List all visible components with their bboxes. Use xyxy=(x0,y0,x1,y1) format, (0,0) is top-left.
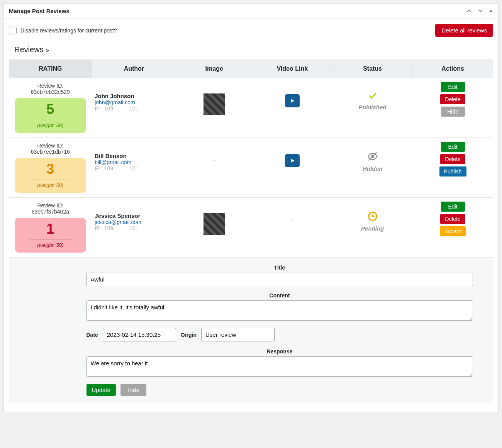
clock-icon xyxy=(366,211,379,222)
rating-weight: (weight: 50) xyxy=(21,182,80,188)
date-label: Date xyxy=(86,332,98,338)
author-name: John Johnson xyxy=(95,93,173,99)
triangle-up-icon[interactable] xyxy=(488,8,493,13)
review-id: 63eb7f37b402a xyxy=(12,209,89,215)
content-textarea[interactable]: I didn't like it, it's totally awful xyxy=(86,300,473,321)
table-row: Review ID: 63eb7f37b402a 1 (weight: 50) … xyxy=(9,198,493,258)
delete-button[interactable]: Delete xyxy=(440,154,465,164)
author-email[interactable]: john@gmail.com xyxy=(95,99,173,105)
review-id: 63eb7ee1db716 xyxy=(12,149,89,155)
edit-button[interactable]: Edit xyxy=(441,142,465,152)
chevron-up-icon[interactable] xyxy=(465,7,472,14)
rating-value: 1 xyxy=(21,221,80,237)
check-icon xyxy=(367,91,378,100)
status-label: Hidden xyxy=(336,165,410,172)
delete-button[interactable]: Delete xyxy=(440,94,465,104)
svg-marker-1 xyxy=(291,99,294,103)
svg-marker-0 xyxy=(489,10,492,12)
hide-button[interactable]: Hide xyxy=(441,107,465,117)
eye-slash-icon xyxy=(365,151,380,162)
author-name: Jessica Spensor xyxy=(95,212,173,219)
status-label: Published xyxy=(336,104,410,110)
rating-weight: (weight: 50) xyxy=(21,242,80,248)
review-thumbnail[interactable] xyxy=(204,93,225,115)
col-video: Video Link xyxy=(252,60,332,78)
edit-button[interactable]: Edit xyxy=(441,82,465,92)
disable-reviews-label: Disable reviews/ratings for current post… xyxy=(20,27,117,34)
review-id-label: Review ID: xyxy=(12,83,89,89)
col-author: Author xyxy=(92,60,176,78)
edit-button[interactable]: Edit xyxy=(441,202,465,212)
author-name: Bill Benson xyxy=(95,153,173,159)
reviews-heading: Reviews » xyxy=(14,45,493,54)
delete-button[interactable]: Delete xyxy=(440,214,465,224)
editor-row: Title Content I didn't like it, it's tot… xyxy=(9,258,493,403)
rating-box: 5 (weight: 50) xyxy=(15,98,86,133)
svg-marker-2 xyxy=(291,159,294,163)
response-label: Response xyxy=(86,348,473,355)
accept-button[interactable]: Accept xyxy=(440,226,466,236)
content-label: Content xyxy=(86,292,473,299)
disable-reviews-checkbox[interactable]: Disable reviews/ratings for current post… xyxy=(9,27,117,34)
origin-label: Origin xyxy=(181,332,197,338)
title-label: Title xyxy=(86,265,473,271)
date-input[interactable] xyxy=(103,328,176,341)
update-button[interactable]: Update xyxy=(86,384,116,396)
no-image: - xyxy=(213,156,215,163)
hide-button[interactable]: Hide xyxy=(120,384,146,396)
response-textarea[interactable]: We are sorry to hear it xyxy=(86,356,473,377)
review-id-label: Review ID: xyxy=(12,202,89,209)
rating-value: 5 xyxy=(21,101,80,117)
col-actions: Actions xyxy=(413,60,493,78)
author-ip: IP : 109..101 xyxy=(95,225,173,231)
author-email[interactable]: bill@gmail.com xyxy=(95,159,173,165)
delete-all-button[interactable]: Delete all reviews xyxy=(435,24,493,37)
author-ip: IP : 109..101 xyxy=(95,165,173,171)
chevron-down-icon[interactable] xyxy=(477,7,484,14)
rating-weight: (weight: 50) xyxy=(21,122,80,128)
origin-input[interactable] xyxy=(201,328,275,341)
review-id: 63eb7eb32e529 xyxy=(12,89,89,95)
review-thumbnail[interactable] xyxy=(204,213,225,235)
review-id-label: Review ID: xyxy=(12,143,89,149)
video-play-button[interactable] xyxy=(285,154,300,167)
publish-button[interactable]: Publish xyxy=(439,166,466,176)
title-input[interactable] xyxy=(86,273,473,286)
author-ip: IP : 109..101 xyxy=(95,105,173,112)
checkbox-icon xyxy=(9,27,17,34)
rating-box: 3 (weight: 50) xyxy=(15,158,86,193)
video-play-button[interactable] xyxy=(285,94,300,107)
col-image: Image xyxy=(176,60,252,78)
col-rating: RATING xyxy=(9,60,92,78)
panel-title: Manage Post Reviews xyxy=(9,8,70,14)
table-row: Review ID: 63eb7ee1db716 3 (weight: 50) … xyxy=(9,138,493,198)
status-label: Pending xyxy=(336,225,410,232)
col-status: Status xyxy=(332,60,413,78)
rating-value: 3 xyxy=(21,161,80,177)
author-email[interactable]: jessica@gmail.com xyxy=(95,219,173,225)
table-row: Review ID: 63eb7eb32e529 5 (weight: 50) … xyxy=(9,78,493,138)
rating-box: 1 (weight: 50) xyxy=(15,218,86,253)
no-video: - xyxy=(291,216,293,223)
